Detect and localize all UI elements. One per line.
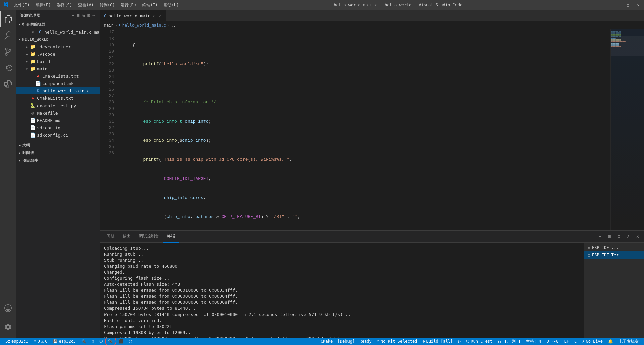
menu-select[interactable]: 选择(S): [54, 2, 75, 9]
terminal-session-espidf1[interactable]: ✖ ESP-IDF ...: [584, 244, 644, 251]
tree-devcontainer[interactable]: ▶ 📁 .devcontainer: [16, 43, 100, 50]
maximize-button[interactable]: □: [625, 2, 631, 8]
kill-terminal-button[interactable]: ╳: [615, 233, 623, 240]
session-close-icon[interactable]: ✖: [588, 246, 590, 250]
status-encoding[interactable]: UTF-8: [544, 338, 561, 345]
status-build-all[interactable]: ⚙ Build [all]: [420, 338, 455, 345]
terminal-line: Compressed 19808 bytes to 12009...: [104, 330, 580, 336]
timeline-arrow: ▶: [19, 151, 21, 155]
status-language[interactable]: C: [572, 338, 579, 345]
menu-edit[interactable]: 编辑(E): [33, 2, 54, 9]
status-spaces[interactable]: 空格: 4: [523, 338, 544, 345]
panel-tab-debug[interactable]: 调试控制台: [135, 231, 163, 243]
open-editors-section[interactable]: ▾ 打开的编辑器: [16, 21, 100, 28]
open-editor-item[interactable]: ✖ C hello_world_main.c main: [16, 28, 100, 36]
menu-run[interactable]: 运行(R): [118, 2, 139, 9]
status-git-branch[interactable]: ⎇ esp32c3: [3, 338, 31, 345]
maximize-panel-button[interactable]: ∧: [625, 233, 632, 240]
status-bell[interactable]: 🔔: [605, 338, 616, 345]
minimize-button[interactable]: ─: [614, 2, 621, 8]
components-arrow: ▶: [19, 159, 21, 162]
new-folder-icon[interactable]: ⊞: [77, 13, 80, 18]
tree-build[interactable]: ▶ 📁 build: [16, 58, 100, 65]
menu-terminal[interactable]: 终端(T): [140, 2, 160, 9]
tree-vscode[interactable]: ▶ 📁 .vscode: [16, 50, 100, 58]
terminal-session-espidf2[interactable]: □ ESP-IDF Ter...: [584, 251, 644, 259]
activity-settings[interactable]: [0, 319, 16, 335]
status-port[interactable]: 🔌: [78, 338, 89, 345]
panel-tab-terminal[interactable]: 终端: [163, 231, 179, 243]
close-button[interactable]: ✕: [635, 2, 641, 8]
refresh-icon[interactable]: ↻: [82, 13, 85, 18]
tree-sdkconfig-ci[interactable]: ▶ 📄 sdkconfig.ci: [16, 131, 100, 139]
activity-scm[interactable]: [0, 44, 16, 60]
close-file-icon[interactable]: ✖: [30, 30, 36, 34]
tree-cmakelists-root[interactable]: ▶ 🔺 CMakeLists.txt: [16, 94, 100, 102]
status-ctest[interactable]: ⬡ Run CTest: [463, 338, 495, 345]
terminal-content[interactable]: Uploading stub... Running stub... Stub r…: [100, 243, 584, 338]
breadcrumb-main[interactable]: main: [104, 23, 114, 28]
outline-section[interactable]: ▶ 大纲: [16, 141, 100, 149]
new-file-icon[interactable]: +: [72, 13, 75, 18]
split-terminal-button[interactable]: ⊞: [606, 233, 613, 240]
label-readme: README.md: [37, 118, 60, 123]
status-flash-btn[interactable]: ⬡: [97, 338, 105, 345]
code-content[interactable]: { printf("Hello world!\n"); /* Print chi…: [117, 29, 610, 230]
warning-count: 0: [45, 339, 47, 344]
status-cursor[interactable]: 行 1, 列 1: [495, 338, 523, 345]
activity-extensions[interactable]: [0, 76, 16, 92]
status-golive[interactable]: ⚡ Go Live: [579, 338, 605, 345]
collapse-icon[interactable]: ⊟: [87, 13, 90, 18]
tree-hello-world-main-c[interactable]: ▶ C hello_world_main.c: [16, 87, 100, 94]
activity-run[interactable]: [0, 60, 16, 76]
git-icon: ⎇: [5, 339, 10, 344]
status-run-btn[interactable]: ▷: [455, 338, 463, 345]
label-makefile: Makefile: [37, 111, 58, 116]
hello-world-section[interactable]: ▾ HELLO_WORLD: [16, 36, 100, 43]
activity-search[interactable]: [0, 27, 16, 44]
panel-tab-output[interactable]: 输出: [119, 231, 135, 243]
activity-accounts[interactable]: [0, 300, 16, 316]
hello-world-arrow: ▾: [19, 38, 21, 41]
tree-component-mk[interactable]: ▶ 📄 component.mk: [16, 80, 100, 87]
more-actions-icon[interactable]: ⋯: [93, 13, 96, 18]
new-terminal-button[interactable]: +: [596, 233, 604, 240]
components-section[interactable]: ▶ 项目组件: [16, 157, 100, 164]
flash-icon: ⬡: [99, 339, 103, 344]
terminal-sessions-sidebar: ✖ ESP-IDF ... □ ESP-IDF Ter...: [584, 243, 644, 338]
tree-makefile[interactable]: ▶ ⚙ Makefile: [16, 109, 100, 117]
status-kit[interactable]: ⊘ No Kit Selected: [374, 338, 420, 345]
status-debug-btn[interactable]: ⬛: [116, 338, 126, 345]
tab-close-button[interactable]: ✕: [158, 13, 161, 19]
build-icon: ⚙: [92, 339, 94, 344]
close-panel-button[interactable]: ✕: [634, 233, 641, 240]
timeline-section[interactable]: ▶ 时间线: [16, 149, 100, 157]
tree-sdkconfig[interactable]: ▶ 📄 sdkconfig: [16, 124, 100, 131]
label-cmakelists-root: CMakeLists.txt: [37, 96, 74, 101]
activity-explorer[interactable]: [0, 11, 16, 27]
status-cmake[interactable]: CMake: [Debug]: Ready: [318, 338, 374, 345]
status-monitor-btn[interactable]: 🔌: [105, 338, 116, 345]
breadcrumb-symbol[interactable]: ...: [171, 23, 178, 28]
panel-tab-problems[interactable]: 问题: [103, 231, 119, 243]
menu-view[interactable]: 查看(V): [75, 2, 96, 9]
tree-main-folder[interactable]: ▾ 📁 main: [16, 65, 100, 72]
status-brand[interactable]: 电子发烧友: [616, 338, 641, 345]
tree-readme[interactable]: ▶ 📄 README.md: [16, 117, 100, 124]
tree-cmakelists-main[interactable]: ▶ 🔺 CMakeLists.txt: [16, 72, 100, 80]
status-erase-btn[interactable]: ⬡: [126, 338, 135, 345]
menu-file[interactable]: 文件(F): [11, 2, 32, 9]
tree-example-test[interactable]: ▶ 🐍 example_test.py: [16, 102, 100, 109]
activity-bar: [0, 10, 16, 338]
terminal-line: Running stub...: [104, 251, 580, 257]
breadcrumb-file[interactable]: C hello_world_main.c: [119, 23, 166, 28]
status-eol[interactable]: LF: [561, 338, 572, 345]
cmake-icon-2: 🔺: [30, 95, 36, 101]
status-build-btn[interactable]: ⚙: [89, 338, 97, 345]
status-chip[interactable]: 💾 esp32c3: [50, 338, 79, 345]
menu-help[interactable]: 帮助(H): [161, 2, 182, 9]
menu-goto[interactable]: 转到(G): [97, 2, 118, 9]
minimap-highlight: [611, 36, 644, 56]
status-errors[interactable]: ⊗ 0 ⚠ 0: [31, 338, 50, 345]
tab-hello-world-main[interactable]: C hello_world_main.c ✕: [100, 10, 166, 21]
